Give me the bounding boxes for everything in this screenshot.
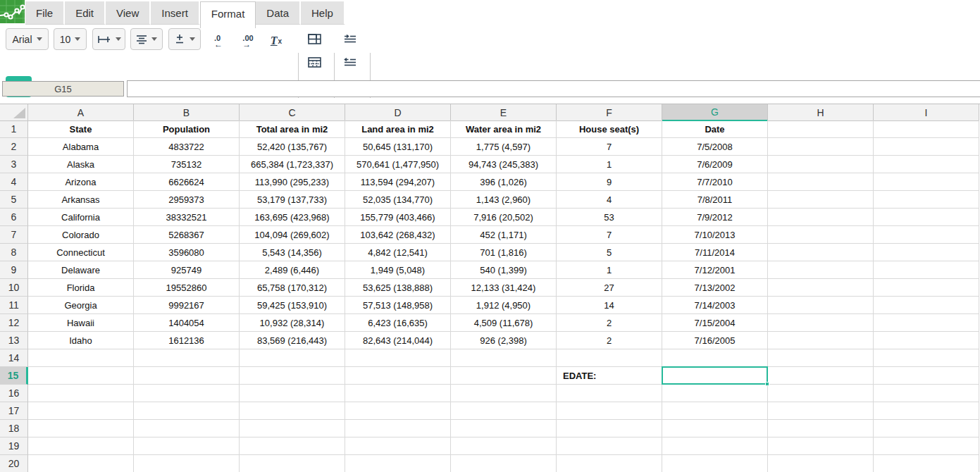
cell-I11[interactable]	[874, 297, 979, 314]
cell-A14[interactable]	[28, 349, 134, 367]
cell-G2[interactable]: 7/5/2008	[662, 138, 768, 156]
cell-A20[interactable]	[28, 455, 134, 472]
menu-tab-data[interactable]: Data	[256, 1, 301, 25]
row-header-10[interactable]: 10	[0, 279, 28, 297]
cell-C12[interactable]: 10,932 (28,314)	[240, 314, 345, 332]
cell-A5[interactable]: Arkansas	[28, 191, 134, 209]
cell-E18[interactable]	[451, 420, 557, 437]
cell-I3[interactable]	[874, 156, 979, 173]
cell-E2[interactable]: 1,775 (4,597)	[451, 138, 557, 156]
column-header-C[interactable]: C	[240, 104, 345, 121]
cell-B15[interactable]	[134, 367, 240, 385]
cell-G18[interactable]	[662, 420, 768, 437]
cell-C10[interactable]: 65,758 (170,312)	[240, 279, 345, 297]
menu-tab-file[interactable]: File	[25, 1, 65, 25]
cell-A15[interactable]	[28, 367, 134, 385]
cell-I10[interactable]	[874, 279, 979, 297]
cell-E17[interactable]	[451, 402, 557, 420]
cell-I18[interactable]	[874, 420, 979, 437]
horizontal-align-select[interactable]	[130, 28, 163, 50]
cell-F9[interactable]: 1	[557, 261, 662, 279]
menu-tab-view[interactable]: View	[106, 1, 151, 25]
cell-F11[interactable]: 14	[557, 297, 662, 314]
row-header-11[interactable]: 11	[0, 297, 28, 314]
cell-I4[interactable]	[874, 173, 979, 191]
cell-G20[interactable]	[662, 455, 768, 472]
cell-B5[interactable]: 2959373	[134, 191, 240, 209]
cell-E11[interactable]: 1,912 (4,950)	[451, 297, 557, 314]
column-header-D[interactable]: D	[345, 104, 451, 121]
select-all-button[interactable]	[0, 104, 28, 121]
cell-G15[interactable]	[662, 367, 768, 385]
cell-A2[interactable]: Alabama	[28, 138, 134, 156]
cell-E12[interactable]: 4,509 (11,678)	[451, 314, 557, 332]
cell-I15[interactable]	[874, 367, 979, 385]
cell-H1[interactable]	[768, 120, 874, 138]
cell-F17[interactable]	[557, 402, 662, 420]
row-header-17[interactable]: 17	[0, 402, 28, 420]
cell-A18[interactable]	[28, 420, 134, 437]
cell-B1[interactable]: Population	[134, 120, 240, 138]
cell-F1[interactable]: House seat(s)	[557, 120, 662, 138]
cell-F10[interactable]: 27	[557, 279, 662, 297]
row-header-20[interactable]: 20	[0, 455, 28, 472]
cell-A10[interactable]: Florida	[28, 279, 134, 297]
cell-G12[interactable]: 7/15/2004	[662, 314, 768, 332]
row-header-1[interactable]: 1	[0, 120, 28, 138]
cell-A7[interactable]: Colorado	[28, 226, 134, 244]
formula-input[interactable]	[127, 80, 980, 97]
cell-A17[interactable]	[28, 402, 134, 420]
row-header-13[interactable]: 13	[0, 332, 28, 349]
cell-D2[interactable]: 50,645 (131,170)	[345, 138, 451, 156]
cell-G17[interactable]	[662, 402, 768, 420]
row-header-8[interactable]: 8	[0, 244, 28, 261]
cell-E3[interactable]: 94,743 (245,383)	[451, 156, 557, 173]
cell-C4[interactable]: 113,990 (295,233)	[240, 173, 345, 191]
cell-B12[interactable]: 1404054	[134, 314, 240, 332]
cell-F7[interactable]: 7	[557, 226, 662, 244]
cell-H9[interactable]	[768, 261, 874, 279]
cell-C5[interactable]: 53,179 (137,733)	[240, 191, 345, 209]
cell-E13[interactable]: 926 (2,398)	[451, 332, 557, 349]
cell-B13[interactable]: 1612136	[134, 332, 240, 349]
cell-I1[interactable]	[874, 120, 979, 138]
cell-A11[interactable]: Georgia	[28, 297, 134, 314]
cell-F18[interactable]	[557, 420, 662, 437]
cell-G8[interactable]: 7/11/2014	[662, 244, 768, 261]
cell-H2[interactable]	[768, 138, 874, 156]
cell-E9[interactable]: 540 (1,399)	[451, 261, 557, 279]
cell-F14[interactable]	[557, 349, 662, 367]
cell-C3[interactable]: 665,384 (1,723,337)	[240, 156, 345, 173]
cell-F19[interactable]	[557, 437, 662, 455]
cell-I13[interactable]	[874, 332, 979, 349]
cell-H14[interactable]	[768, 349, 874, 367]
cell-F8[interactable]: 5	[557, 244, 662, 261]
cell-H13[interactable]	[768, 332, 874, 349]
increase-indent-button[interactable]	[336, 28, 364, 49]
cell-E10[interactable]: 12,133 (31,424)	[451, 279, 557, 297]
column-header-H[interactable]: H	[768, 104, 874, 121]
cell-B19[interactable]	[134, 437, 240, 455]
cell-D16[interactable]	[345, 385, 451, 402]
cell-A3[interactable]: Alaska	[28, 156, 134, 173]
column-header-I[interactable]: I	[874, 104, 979, 121]
cell-G4[interactable]: 7/7/2010	[662, 173, 768, 191]
cell-H18[interactable]	[768, 420, 874, 437]
cell-A4[interactable]: Arizona	[28, 173, 134, 191]
cell-A19[interactable]	[28, 437, 134, 455]
row-header-16[interactable]: 16	[0, 385, 28, 402]
cell-F6[interactable]: 53	[557, 209, 662, 226]
cell-H7[interactable]	[768, 226, 874, 244]
cell-D14[interactable]	[345, 349, 451, 367]
cell-B10[interactable]: 19552860	[134, 279, 240, 297]
cell-B11[interactable]: 9992167	[134, 297, 240, 314]
font-size-select[interactable]: 10	[54, 28, 87, 50]
menu-tab-format[interactable]: Format	[200, 1, 256, 28]
cell-C7[interactable]: 104,094 (269,602)	[240, 226, 345, 244]
cell-C13[interactable]: 83,569 (216,443)	[240, 332, 345, 349]
row-header-18[interactable]: 18	[0, 420, 28, 437]
row-header-7[interactable]: 7	[0, 226, 28, 244]
cell-F3[interactable]: 1	[557, 156, 662, 173]
cell-G9[interactable]: 7/12/2001	[662, 261, 768, 279]
cell-F2[interactable]: 7	[557, 138, 662, 156]
